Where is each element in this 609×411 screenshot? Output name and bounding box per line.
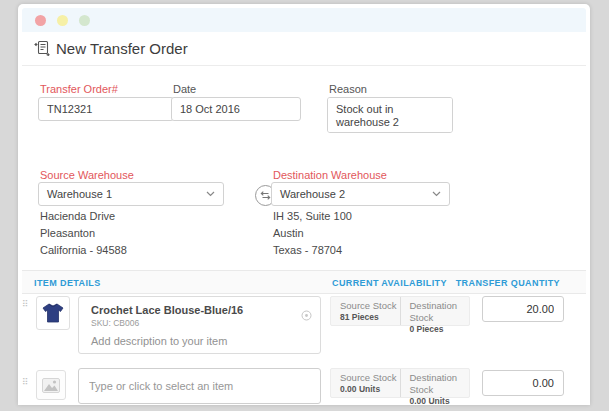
source-warehouse-address: Hacienda Drive Pleasanton California - 9…: [40, 208, 127, 259]
availability-box: Source Stock 81 Pieces Destination Stock…: [330, 296, 470, 326]
source-warehouse-value: Warehouse 1: [47, 188, 112, 200]
page-header: New Transfer Order: [22, 32, 586, 66]
items-table-header: ITEM DETAILS CURRENT AVAILABILITY TRANSF…: [22, 270, 586, 294]
desktop-background: New Transfer Order Transfer Order# Date …: [0, 0, 609, 411]
source-stock-cell: Source Stock 0.00 Units: [331, 369, 400, 397]
availability-box: Source Stock 0.00 Units Destination Stoc…: [330, 368, 470, 398]
column-transfer-quantity: TRANSFER QUANTITY: [456, 278, 560, 288]
transfer-quantity-input[interactable]: [482, 370, 564, 396]
transfer-quantity-input[interactable]: [482, 296, 564, 322]
item-description-placeholder[interactable]: Add description to your item: [91, 335, 227, 347]
app-window: New Transfer Order Transfer Order# Date …: [18, 4, 590, 405]
chevron-down-icon: [432, 191, 441, 197]
destination-stock-cell: Destination Stock 0 Pieces: [400, 297, 470, 325]
source-warehouse-label: Source Warehouse: [40, 169, 134, 181]
source-stock-label: Source Stock: [340, 300, 400, 312]
item-info-icon[interactable]: [301, 307, 312, 325]
date-input[interactable]: [171, 97, 301, 121]
address-line: Texas - 78704: [273, 242, 352, 259]
destination-stock-value: 0 Pieces: [410, 324, 470, 335]
address-line: Austin: [273, 225, 352, 242]
image-placeholder-icon: [42, 378, 60, 393]
source-stock-cell: Source Stock 81 Pieces: [331, 297, 400, 325]
item-name: Crochet Lace Blouse-Blue/16: [91, 304, 243, 316]
destination-warehouse-address: IH 35, Suite 100 Austin Texas - 78704: [273, 208, 352, 259]
drag-handle[interactable]: ⠿: [22, 302, 30, 307]
destination-stock-label: Destination Stock: [410, 300, 470, 324]
transfer-order-input[interactable]: [38, 97, 174, 121]
source-stock-label: Source Stock: [340, 372, 400, 384]
blouse-image: [40, 300, 66, 326]
item-card: Crochet Lace Blouse-Blue/16 SKU: CB006 A…: [78, 296, 321, 354]
address-line: Pleasanton: [40, 225, 127, 242]
destination-warehouse-select[interactable]: Warehouse 2: [271, 182, 450, 206]
item-thumbnail[interactable]: [36, 296, 70, 330]
minimize-window-button[interactable]: [57, 15, 68, 26]
transfer-order-label: Transfer Order#: [40, 83, 118, 95]
select-item-input[interactable]: [78, 368, 321, 404]
destination-warehouse-value: Warehouse 2: [280, 188, 345, 200]
chevron-down-icon: [206, 191, 215, 197]
reason-label: Reason: [329, 83, 367, 95]
item-sku: SKU: CB006: [91, 318, 139, 328]
destination-stock-cell: Destination Stock 0.00 Units: [400, 369, 470, 397]
source-stock-value: 0.00 Units: [340, 384, 400, 395]
item-thumbnail-placeholder: [36, 370, 66, 400]
reason-textarea[interactable]: Stock out in warehouse 2: [327, 97, 453, 133]
address-line: Hacienda Drive: [40, 208, 127, 225]
window-titlebar: [22, 8, 586, 32]
source-warehouse-select[interactable]: Warehouse 1: [38, 182, 224, 206]
address-line: IH 35, Suite 100: [273, 208, 352, 225]
page-title: New Transfer Order: [56, 40, 188, 57]
drag-handle[interactable]: ⠿: [22, 380, 30, 385]
source-stock-value: 81 Pieces: [340, 312, 400, 323]
destination-warehouse-label: Destination Warehouse: [273, 169, 387, 181]
column-item-details: ITEM DETAILS: [34, 278, 101, 288]
destination-stock-label: Destination Stock: [410, 372, 470, 396]
date-label: Date: [173, 83, 196, 95]
destination-stock-value: 0.00 Units: [410, 396, 470, 405]
zoom-window-button[interactable]: [79, 15, 90, 26]
transfer-order-icon: [34, 40, 50, 60]
column-current-availability: CURRENT AVAILABILITY: [332, 278, 447, 288]
address-line: California - 94588: [40, 242, 127, 259]
close-window-button[interactable]: [35, 15, 46, 26]
